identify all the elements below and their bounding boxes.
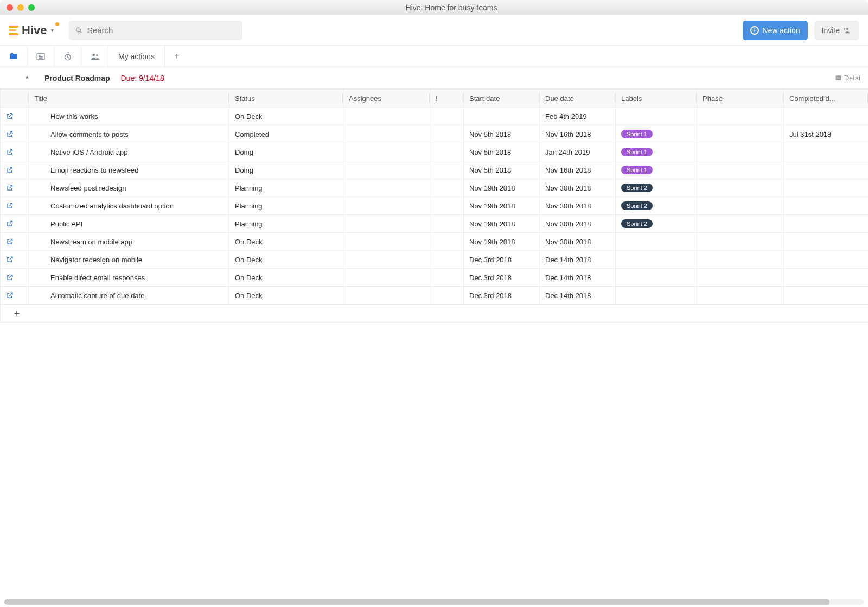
cell-phase[interactable] <box>697 143 784 161</box>
cell-assignees[interactable] <box>343 179 430 197</box>
close-window-button[interactable] <box>7 4 13 11</box>
cell-priority[interactable] <box>430 287 464 305</box>
cell-due[interactable]: Nov 16th 2018 <box>540 161 616 179</box>
open-cell[interactable] <box>1 269 29 287</box>
cell-labels[interactable]: Sprint 2 <box>616 179 697 197</box>
cell-start[interactable]: Nov 19th 2018 <box>464 197 540 215</box>
cell-due[interactable]: Nov 30th 2018 <box>540 179 616 197</box>
horizontal-scrollbar[interactable] <box>4 599 864 605</box>
cell-due[interactable]: Dec 14th 2018 <box>540 251 616 269</box>
cell-labels[interactable] <box>616 233 697 251</box>
search-input[interactable] <box>83 26 237 35</box>
cell-labels[interactable] <box>616 251 697 269</box>
table-row[interactable]: Customized analytics dashboard optionPla… <box>1 197 869 215</box>
new-action-button[interactable]: + New action <box>743 21 807 40</box>
table-row[interactable]: Public APIPlanningNov 19th 2018Nov 30th … <box>1 215 869 233</box>
open-cell[interactable] <box>1 215 29 233</box>
cell-status[interactable]: On Deck <box>229 251 343 269</box>
cell-assignees[interactable] <box>343 233 430 251</box>
add-row-cell[interactable]: ＋ <box>1 305 869 323</box>
maximize-window-button[interactable] <box>28 4 35 11</box>
cell-priority[interactable] <box>430 143 464 161</box>
table-row[interactable]: Native iOS / Android appDoingNov 5th 201… <box>1 143 869 161</box>
cell-labels[interactable] <box>616 269 697 287</box>
col-priority[interactable]: ! <box>430 90 464 108</box>
cell-assignees[interactable] <box>343 161 430 179</box>
open-cell[interactable] <box>1 161 29 179</box>
open-cell[interactable] <box>1 233 29 251</box>
view-news-icon[interactable] <box>27 46 54 67</box>
cell-priority[interactable] <box>430 269 464 287</box>
open-in-new-icon[interactable] <box>6 184 23 192</box>
cell-phase[interactable] <box>697 269 784 287</box>
open-cell[interactable] <box>1 125 29 143</box>
cell-phase[interactable] <box>697 161 784 179</box>
cell-start[interactable] <box>464 108 540 125</box>
col-completed[interactable]: Completed d... <box>784 90 869 108</box>
scrollbar-thumb[interactable] <box>4 599 829 605</box>
open-cell[interactable] <box>1 287 29 305</box>
cell-due[interactable]: Nov 16th 2018 <box>540 125 616 143</box>
cell-status[interactable]: Completed <box>229 125 343 143</box>
cell-title[interactable]: Emoji reactions to newsfeed <box>29 161 229 179</box>
cell-status[interactable]: Planning <box>229 179 343 197</box>
cell-labels[interactable]: Sprint 1 <box>616 125 697 143</box>
table-row[interactable]: Navigator redesign on mobileOn DeckDec 3… <box>1 251 869 269</box>
open-in-new-icon[interactable] <box>6 256 23 263</box>
cell-start[interactable]: Dec 3rd 2018 <box>464 269 540 287</box>
cell-start[interactable]: Dec 3rd 2018 <box>464 287 540 305</box>
cell-phase[interactable] <box>697 197 784 215</box>
cell-completed[interactable] <box>784 161 869 179</box>
table-row[interactable]: Allow comments to postsCompletedNov 5th … <box>1 125 869 143</box>
view-folder-icon[interactable] <box>0 46 27 67</box>
cell-start[interactable]: Nov 19th 2018 <box>464 179 540 197</box>
open-cell[interactable] <box>1 179 29 197</box>
table-row[interactable]: Newstream on mobile appOn DeckNov 19th 2… <box>1 233 869 251</box>
cell-assignees[interactable] <box>343 269 430 287</box>
cell-status[interactable]: Planning <box>229 215 343 233</box>
cell-status[interactable]: On Deck <box>229 108 343 125</box>
view-time-icon[interactable] <box>54 46 81 67</box>
cell-title[interactable]: Enable direct email responses <box>29 269 229 287</box>
cell-completed[interactable] <box>784 108 869 125</box>
label-pill[interactable]: Sprint 2 <box>621 219 653 228</box>
cell-due[interactable]: Dec 14th 2018 <box>540 269 616 287</box>
open-cell[interactable] <box>1 197 29 215</box>
label-pill[interactable]: Sprint 2 <box>621 201 653 210</box>
cell-phase[interactable] <box>697 233 784 251</box>
cell-assignees[interactable] <box>343 215 430 233</box>
add-row-button[interactable]: ＋ <box>1 305 869 323</box>
cell-start[interactable]: Nov 19th 2018 <box>464 215 540 233</box>
cell-status[interactable]: On Deck <box>229 233 343 251</box>
open-in-new-icon[interactable] <box>6 130 23 138</box>
cell-title[interactable]: Automatic capture of due date <box>29 287 229 305</box>
cell-completed[interactable]: Jul 31st 2018 <box>784 125 869 143</box>
open-in-new-icon[interactable] <box>6 238 23 245</box>
cell-labels[interactable] <box>616 108 697 125</box>
cell-due[interactable]: Nov 30th 2018 <box>540 233 616 251</box>
cell-labels[interactable]: Sprint 2 <box>616 215 697 233</box>
cell-start[interactable]: Nov 5th 2018 <box>464 143 540 161</box>
cell-phase[interactable] <box>697 108 784 125</box>
cell-status[interactable]: Doing <box>229 161 343 179</box>
add-view-button[interactable]: ＋ <box>165 50 189 62</box>
cell-title[interactable]: Navigator redesign on mobile <box>29 251 229 269</box>
open-cell[interactable] <box>1 251 29 269</box>
cell-completed[interactable] <box>784 233 869 251</box>
open-in-new-icon[interactable] <box>6 166 23 174</box>
brand-logo[interactable]: Hive ▾ <box>9 23 54 37</box>
cell-assignees[interactable] <box>343 125 430 143</box>
search-box[interactable] <box>69 21 242 40</box>
cell-title[interactable]: How this works <box>29 108 229 125</box>
minimize-window-button[interactable] <box>17 4 24 11</box>
cell-phase[interactable] <box>697 287 784 305</box>
open-in-new-icon[interactable] <box>6 220 23 227</box>
open-in-new-icon[interactable] <box>6 202 23 210</box>
cell-priority[interactable] <box>430 197 464 215</box>
cell-labels[interactable]: Sprint 1 <box>616 143 697 161</box>
col-labels[interactable]: Labels <box>616 90 697 108</box>
cell-status[interactable]: Doing <box>229 143 343 161</box>
cell-phase[interactable] <box>697 251 784 269</box>
cell-status[interactable]: On Deck <box>229 269 343 287</box>
cell-priority[interactable] <box>430 125 464 143</box>
